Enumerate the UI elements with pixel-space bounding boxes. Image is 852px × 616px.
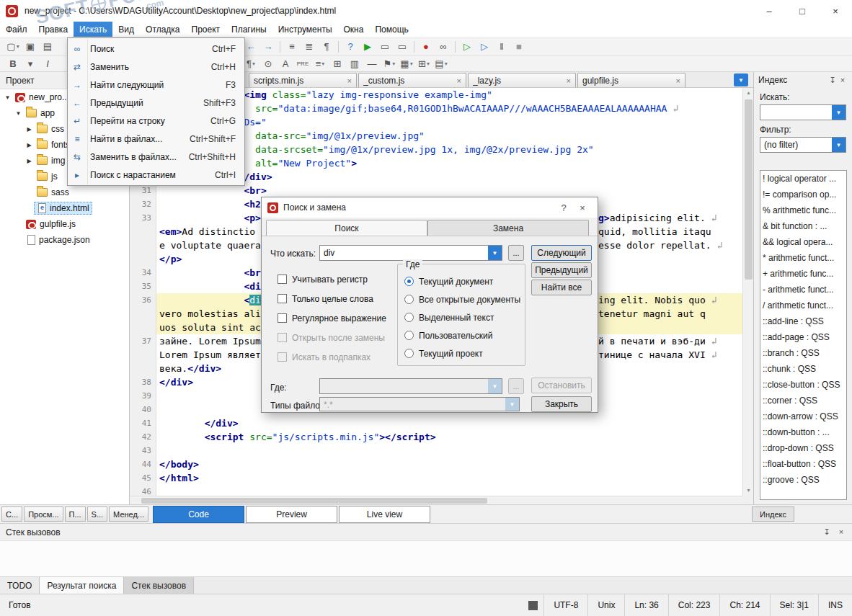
menubar-item-1[interactable]: Файл	[0, 22, 33, 37]
view-tab-live-view[interactable]: Live view	[339, 506, 430, 523]
menubar-item-6[interactable]: Проект	[186, 22, 226, 37]
preview-monitor-button[interactable]: ▭	[376, 40, 394, 54]
expand-arrow-icon[interactable]: ▼	[14, 110, 23, 117]
index-list-item[interactable]: != comparison op...	[760, 187, 846, 202]
browse-button[interactable]: ...	[508, 245, 524, 261]
code-line[interactable]: 45</html>	[130, 471, 742, 485]
panel-tab[interactable]: С...	[1, 506, 22, 522]
bottom-tab[interactable]: TODO	[0, 577, 40, 594]
tab-list-dropdown-icon[interactable]	[734, 73, 748, 86]
menubar-item-8[interactable]: Инструменты	[272, 22, 338, 37]
index-bottom-tab[interactable]: Индекс	[752, 506, 794, 522]
stop-button[interactable]: ■	[510, 40, 528, 54]
menubar-item-9[interactable]: Окна	[338, 22, 370, 37]
editor-tab[interactable]: gulpfile.js×	[577, 73, 685, 87]
checkbox-row[interactable]: Регулярное выражение	[278, 308, 396, 328]
help-button[interactable]: ?	[342, 40, 359, 54]
tab-search[interactable]: Поиск	[266, 220, 427, 236]
panel-tab[interactable]: П...	[65, 506, 86, 522]
code-line[interactable]: 44</body>	[130, 457, 742, 471]
index-list-item[interactable]: ::float-button : QSS	[760, 456, 846, 472]
bottom-tab[interactable]: Результат поиска	[40, 577, 124, 594]
bottom-tab[interactable]: Стек вызовов	[124, 577, 194, 594]
radio-icon[interactable]	[404, 331, 414, 340]
vertical-scrollbar[interactable]	[742, 88, 753, 496]
style-dropdown[interactable]: ▾	[22, 57, 39, 71]
columns-button[interactable]: ▥	[346, 57, 363, 71]
pin-icon[interactable]: ↧	[822, 527, 832, 537]
scrollbar-thumb[interactable]	[141, 498, 487, 504]
dialog-help-button[interactable]: ?	[554, 202, 573, 213]
index-list-item[interactable]: ::add-page : QSS	[760, 329, 846, 345]
menu-item[interactable]: →Найти следующийF3	[68, 76, 244, 94]
index-list-item[interactable]: && logical opera...	[760, 234, 846, 250]
new-file-button[interactable]: ▢	[4, 40, 22, 54]
tab-close-icon[interactable]: ×	[676, 76, 680, 85]
grid-button[interactable]: ⊞	[415, 57, 432, 71]
menubar-item-4[interactable]: Вид	[112, 22, 140, 37]
pre-button[interactable]: PRE	[294, 57, 311, 71]
find-previous-button[interactable]: Предыдущий	[531, 262, 592, 278]
dialog-titlebar[interactable]: Поиск и замена ? ×	[262, 197, 598, 218]
forward-button[interactable]: →	[259, 40, 277, 54]
tree-item[interactable]: index.html	[0, 200, 129, 216]
menubar-item-3[interactable]: Искать	[74, 22, 112, 37]
menu-item[interactable]: ⇆Заменить в файлах...Ctrl+Shift+H	[68, 148, 244, 166]
code-line[interactable]: 43	[130, 444, 742, 457]
index-list-item[interactable]: % arithmetic func...	[760, 202, 846, 218]
view-tab-code[interactable]: Code	[153, 506, 244, 523]
toc-list-icon[interactable]: ≡	[283, 40, 301, 54]
bold-button[interactable]: B	[4, 57, 22, 71]
checkbox-icon[interactable]	[278, 274, 287, 284]
structure-icon[interactable]: ¶	[318, 40, 335, 54]
close-button[interactable]: ×	[819, 0, 852, 22]
index-list-item[interactable]: + arithmetic func...	[760, 266, 846, 282]
checkbox-icon[interactable]	[278, 313, 287, 323]
tree-item[interactable]: package.json	[0, 232, 129, 248]
horizontal-scrollbar[interactable]	[130, 496, 742, 504]
checkbox-row[interactable]: Только целые слова	[278, 289, 396, 308]
radio-row[interactable]: Выделенный текст	[404, 308, 524, 326]
search-button[interactable]: ∞	[435, 40, 452, 54]
tab-close-icon[interactable]: ×	[457, 76, 461, 85]
checkbox-icon[interactable]	[278, 294, 287, 303]
checkbox-row[interactable]: Учитывать регистр	[278, 269, 396, 289]
index-list-item[interactable]: * arithmetic funct...	[760, 250, 846, 266]
menubar-item-7[interactable]: Плагины	[226, 22, 272, 37]
checkbox-row[interactable]: Искать в подпапках	[278, 347, 396, 367]
index-list-item[interactable]: ! logical operator ...	[760, 171, 846, 187]
expand-arrow-icon[interactable]: ▶	[25, 142, 34, 148]
image-button[interactable]: ▦	[398, 57, 415, 71]
index-filter-combobox[interactable]: (no filter)	[760, 137, 846, 153]
view-tab-preview[interactable]: Preview	[246, 506, 337, 523]
tree-item[interactable]: sass	[0, 184, 129, 200]
index-list-item[interactable]: ::down-arrow : QSS	[760, 409, 846, 424]
menubar-item-5[interactable]: Отладка	[140, 22, 185, 37]
index-list-item[interactable]: ::groove : QSS	[760, 472, 846, 488]
index-search-combobox[interactable]	[760, 104, 846, 120]
table-button[interactable]: ⊞	[329, 57, 346, 71]
radio-icon[interactable]	[404, 313, 414, 322]
menu-item[interactable]: ▸Поиск с нарастаниемCtrl+I	[68, 166, 244, 184]
font-button[interactable]: A	[277, 57, 294, 71]
panel-tab[interactable]: Просм...	[24, 506, 63, 522]
panel-tab[interactable]: S...	[87, 506, 108, 522]
scroll-up-icon[interactable]	[743, 88, 754, 98]
expand-arrow-icon[interactable]: ▼	[3, 94, 12, 101]
menu-item[interactable]: ≡Найти в файлах...Ctrl+Shift+F	[68, 130, 244, 148]
tab-replace[interactable]: Замена	[427, 220, 589, 236]
save-button[interactable]: ▤	[39, 40, 56, 54]
tab-close-icon[interactable]: ×	[567, 76, 571, 85]
index-list-item[interactable]: & bit function : ...	[760, 218, 846, 234]
dropdown-arrow-icon[interactable]	[488, 246, 502, 260]
editor-tab[interactable]: _lazy.js×	[468, 73, 576, 87]
close-icon[interactable]: ×	[836, 527, 846, 537]
menu-item[interactable]: ↵Перейти на строкуCtrl+G	[68, 112, 244, 130]
layout-button[interactable]: ▤	[432, 57, 450, 71]
open-file-button[interactable]: ▣	[22, 40, 39, 54]
menu-item[interactable]: ⇄ЗаменитьCtrl+H	[68, 58, 244, 76]
find-what-combobox[interactable]: div	[319, 245, 502, 261]
hr-button[interactable]: —	[363, 57, 381, 71]
index-list-item[interactable]: ::add-line : QSS	[760, 313, 846, 329]
menu-item[interactable]: ∞ПоискCtrl+F	[68, 40, 244, 58]
